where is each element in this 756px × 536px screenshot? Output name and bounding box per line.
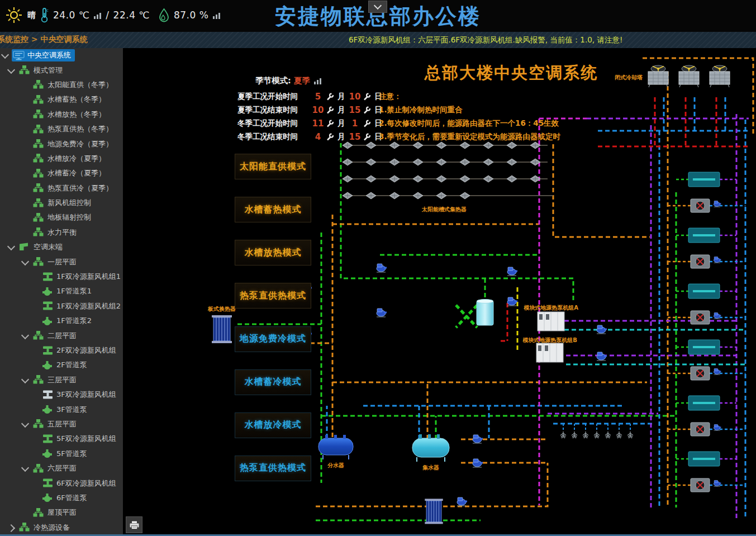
- mode-button[interactable]: 热泵直供热模式: [235, 456, 311, 481]
- tree-item[interactable]: 地板辐射控制: [0, 210, 123, 225]
- tree-expander-icon[interactable]: [21, 331, 29, 339]
- tree-item-icon: [19, 243, 31, 252]
- tree-item[interactable]: 3F管道泵: [0, 402, 123, 416]
- tree-item[interactable]: 二层平面: [0, 328, 123, 343]
- printer-icon: [129, 520, 140, 530]
- plate-heat-exchanger-2: [425, 499, 443, 524]
- schedule-day-value[interactable]: 10: [348, 92, 362, 102]
- season-mode-label: 季节模式:: [255, 75, 291, 86]
- tree-item[interactable]: 1F双冷源新风机组2: [0, 299, 123, 314]
- tree-item[interactable]: 2F双冷源新风机组: [0, 343, 123, 358]
- schedule-month-value[interactable]: 5: [311, 92, 325, 102]
- tree-item-icon: [42, 478, 54, 488]
- tree-expander-icon[interactable]: [7, 66, 15, 74]
- tree-item[interactable]: 水槽蓄冷（夏季）: [0, 166, 123, 181]
- ahu-icon: [42, 272, 54, 281]
- tree-item-icon: [33, 419, 45, 429]
- tree-item[interactable]: 5F管道泵: [0, 447, 123, 461]
- tree-expander-icon[interactable]: [7, 524, 15, 532]
- tree-item[interactable]: 五层平面: [0, 417, 123, 431]
- tree-item[interactable]: 2F管道泵: [0, 358, 123, 372]
- tree-item[interactable]: 6F双冷源新风机组: [0, 476, 123, 490]
- tree-item[interactable]: 冷热源设备: [0, 520, 123, 535]
- wrench-icon[interactable]: [363, 120, 370, 127]
- tree-item[interactable]: 1F管道泵1: [0, 284, 123, 298]
- tree-item-label: 1F双冷源新风机组2: [56, 301, 121, 311]
- mode-button[interactable]: 水槽蓄热模式: [235, 197, 311, 222]
- tree-item[interactable]: 屋顶平面: [0, 505, 123, 520]
- wrench-icon[interactable]: [326, 133, 334, 141]
- tree-item-icon: [33, 464, 45, 473]
- tree-item[interactable]: 六层平面: [0, 461, 123, 476]
- schedule-day-value[interactable]: 15: [348, 132, 362, 142]
- print-button[interactable]: [126, 516, 142, 533]
- breadcrumb-alarm-bar: 系统监控 > 中央空调系统 6F双冷源新风机组：六层平面.6F双冷源新风机组.缺…: [0, 32, 756, 48]
- sitemap-icon: [33, 227, 44, 236]
- wrench-icon[interactable]: [326, 120, 334, 127]
- mode-button[interactable]: 水槽放热模式: [235, 240, 311, 265]
- tree-item-icon: [33, 227, 45, 237]
- tree-item[interactable]: 6F管道泵: [0, 491, 123, 505]
- schedule-day-value[interactable]: 1: [348, 118, 362, 129]
- sitemap-icon: [33, 139, 44, 148]
- collector-label: 集水器: [422, 464, 439, 471]
- wrench-icon[interactable]: [363, 133, 370, 141]
- mode-button[interactable]: 太阳能直供模式: [235, 154, 311, 179]
- tree-item-label: 六层平面: [47, 463, 77, 473]
- mode-button[interactable]: 热泵直供热模式: [235, 283, 311, 309]
- tree-item-icon: [33, 257, 45, 267]
- mode-button-label: 热泵直供热模式: [240, 290, 306, 302]
- tree-item[interactable]: 水槽放热（冬季）: [0, 107, 123, 122]
- tree-item[interactable]: 3F双冷源新风机组: [0, 387, 123, 402]
- tree-item[interactable]: 新风机组控制: [0, 196, 123, 210]
- mode-button-label: 热泵直供热模式: [240, 462, 306, 474]
- tree-item-icon: [42, 287, 54, 296]
- tree-item[interactable]: 三层平面: [0, 373, 123, 387]
- heat-pump-unit-a: [538, 312, 564, 331]
- tree-item-label: 热泵直供冷（夏季）: [47, 183, 113, 193]
- tree-item[interactable]: 模式管理: [0, 63, 123, 77]
- tree-item[interactable]: 一层平面: [0, 254, 123, 269]
- tree-item[interactable]: 空调末端: [0, 240, 123, 254]
- trend-chart-icon[interactable]: [313, 77, 322, 84]
- schedule-month-value[interactable]: 10: [311, 105, 325, 115]
- wrench-icon[interactable]: [363, 93, 370, 101]
- tree-expander-icon[interactable]: [21, 258, 29, 265]
- note-line-1: 1.禁止制冷制热时间重合: [379, 103, 560, 116]
- tree-item[interactable]: 地源免费冷（夏季）: [0, 136, 123, 151]
- mode-button[interactable]: 地源免费冷模式: [235, 326, 311, 352]
- schedule-day-value[interactable]: 15: [348, 105, 362, 115]
- header-collapse-button[interactable]: [368, 1, 387, 13]
- tree-expander-icon[interactable]: [7, 243, 15, 250]
- tree-expander-icon[interactable]: [21, 464, 29, 472]
- tree-item[interactable]: 水槽蓄热（冬季）: [0, 92, 123, 107]
- mode-button[interactable]: 水槽放冷模式: [235, 412, 311, 438]
- tree-expander-icon[interactable]: [21, 420, 29, 428]
- tree-item[interactable]: 太阳能直供（冬季）: [0, 78, 123, 92]
- tree-item[interactable]: 1F双冷源新风机组1: [0, 269, 123, 284]
- sitemap-icon: [33, 154, 44, 163]
- tree-item[interactable]: 水力平衡: [0, 225, 123, 240]
- wrench-icon[interactable]: [363, 106, 370, 114]
- tree-item-icon: [42, 361, 54, 370]
- breadcrumb[interactable]: 系统监控 > 中央空调系统: [0, 35, 87, 45]
- tree-item[interactable]: 中央空调系统: [0, 48, 123, 63]
- tree-item-icon: [13, 51, 25, 60]
- tree-item[interactable]: 热泵直供热（冬季）: [0, 122, 123, 136]
- tree-expander-icon[interactable]: [21, 376, 29, 383]
- sitemap-icon: [19, 65, 30, 74]
- tree-expander-icon[interactable]: [1, 51, 9, 59]
- tree-item[interactable]: 5F双冷源新风机组: [0, 431, 123, 446]
- pump-icon: [42, 449, 53, 458]
- mode-button[interactable]: 水槽蓄冷模式: [235, 369, 311, 395]
- tree-item[interactable]: 水槽放冷（夏季）: [0, 151, 123, 166]
- schedule-label: 冬季工况开始时间: [237, 118, 311, 129]
- wrench-icon[interactable]: [326, 106, 334, 114]
- tree-item-icon: [42, 449, 54, 458]
- schedule-month-value[interactable]: 11: [311, 118, 325, 129]
- wrench-icon[interactable]: [326, 93, 334, 101]
- tree-item[interactable]: 1F管道泵2: [0, 314, 123, 328]
- mode-button-label: 水槽蓄热模式: [245, 204, 302, 216]
- tree-item[interactable]: 热泵直供冷（夏季）: [0, 181, 123, 196]
- schedule-month-value[interactable]: 4: [311, 132, 325, 142]
